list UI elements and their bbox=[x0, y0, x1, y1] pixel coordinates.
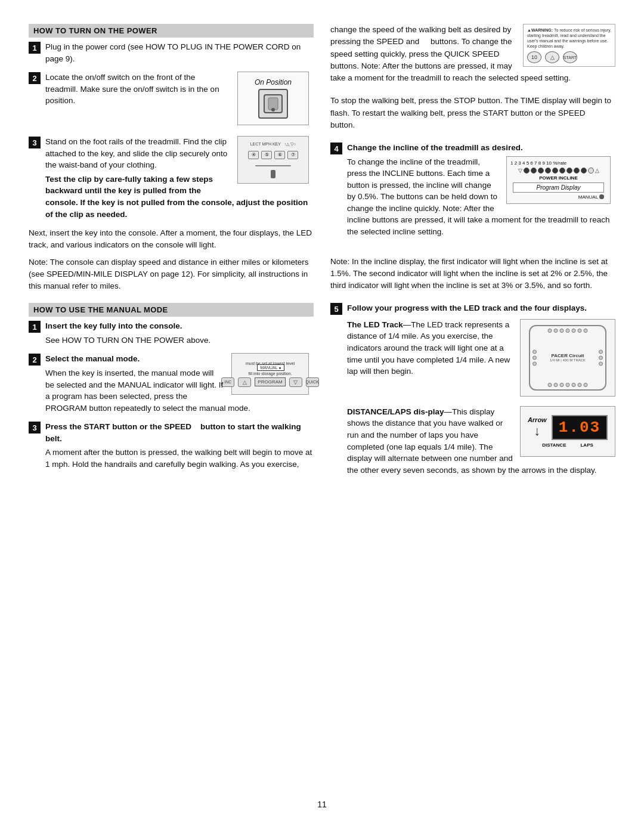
svg-point-2 bbox=[271, 108, 275, 112]
step-num-4: 4 bbox=[330, 143, 342, 154]
section-header-manual: HOW TO USE THE MANUAL MODE bbox=[29, 303, 314, 317]
speed-buttons-diagram: 10 △ START bbox=[527, 51, 611, 63]
step-2-content: On Position bbox=[45, 72, 309, 131]
distance-number-display: 1.03 bbox=[552, 415, 608, 440]
right-column: ▲WARNING: To reduce risk of serious inju… bbox=[330, 24, 615, 790]
manual-mode-label: MANUAL bbox=[510, 194, 606, 200]
distance-label: DISTANCE bbox=[542, 442, 566, 448]
speed-btn-triangle: △ bbox=[545, 51, 559, 63]
distance-display-diagram: Arrow ↓ 1.03 DISTANCE LAPS bbox=[520, 406, 615, 457]
stop-section: To stop the walking belt, press the STOP… bbox=[330, 95, 615, 131]
section-header-power: HOW TO TURN ON THE POWER bbox=[29, 24, 314, 38]
distance-laps-section: Arrow ↓ 1.03 DISTANCE LAPS bbox=[347, 406, 615, 478]
incline-note: Note: In the incline display, the first … bbox=[330, 256, 615, 292]
speed-btn-start: START bbox=[563, 51, 577, 63]
manual-step-3-content: Press the START button or the SPEED butt… bbox=[45, 421, 314, 472]
step-4-content: Change the incline of the treadmill as d… bbox=[347, 142, 611, 240]
power-incline-label: POWER INCLINE bbox=[510, 175, 606, 181]
switch-diagram: On Position bbox=[237, 72, 309, 125]
step-5-content: Follow your progress with the LED track … bbox=[347, 302, 615, 478]
manual-step-num-3: 3 bbox=[29, 422, 41, 433]
manual-step-1: 1 Insert the key fully into the console.… bbox=[29, 320, 314, 348]
step-1-content: Plug in the power cord (see HOW TO PLUG … bbox=[45, 41, 314, 67]
laps-label: LAPS bbox=[580, 442, 593, 448]
switch-shape bbox=[258, 89, 288, 119]
incline-display-diagram: 1 2 3 4 5 6 7 8 9 10 %/rate ▽ bbox=[506, 156, 611, 204]
step-3-power: 3 LECT MPH KEY ↑△ ▽○ ④ ⑤ ⑥ ⑦ bbox=[29, 136, 314, 222]
warning-box: ▲WARNING: To reduce risk of serious inju… bbox=[523, 24, 615, 67]
step-num-5: 5 bbox=[330, 303, 342, 315]
step-5: 5 Follow your progress with the LED trac… bbox=[330, 302, 615, 478]
step-num-2: 2 bbox=[29, 72, 41, 84]
step-1-power: 1 Plug in the power cord (see HOW TO PLU… bbox=[29, 41, 314, 67]
keypad-diagram: LECT MPH KEY ↑△ ▽○ ④ ⑤ ⑥ ⑦ bbox=[237, 136, 309, 184]
manual-step-1-content: Insert the key fully into the console. S… bbox=[45, 320, 314, 348]
console-diagram: must be set at lowest level MANUAL ● fil… bbox=[231, 353, 309, 395]
arrow-label: Arrow bbox=[528, 416, 547, 423]
down-arrow-icon: ↓ bbox=[534, 423, 540, 439]
step-3-content: LECT MPH KEY ↑△ ▽○ ④ ⑤ ⑥ ⑦ Stand on the … bbox=[45, 136, 309, 222]
speed-section: ▲WARNING: To reduce risk of serious inju… bbox=[330, 24, 615, 84]
led-track-section: PACER Circuit 1/4 MI | 400 M TRACK The L… bbox=[347, 319, 615, 401]
manual-step-2: 2 must be set at lowest level MANUAL ● f… bbox=[29, 353, 314, 416]
manual-step-num-1: 1 bbox=[29, 321, 41, 333]
speed-btn-10: 10 bbox=[527, 51, 541, 63]
manual-step-3: 3 Press the START button or the SPEED bu… bbox=[29, 421, 314, 472]
pacer-circuit-diagram: PACER Circuit 1/4 MI | 400 M TRACK bbox=[520, 319, 615, 397]
incline-dots: ▽ △ bbox=[510, 168, 606, 174]
switch-label: On Position bbox=[255, 78, 292, 86]
step-2-power: 2 On Position bbox=[29, 72, 314, 131]
step-num-1: 1 bbox=[29, 42, 41, 54]
section-manual-mode: HOW TO USE THE MANUAL MODE 1 Insert the … bbox=[29, 303, 314, 477]
manual-step-2-content: must be set at lowest level MANUAL ● fil… bbox=[45, 353, 309, 416]
pacer-circuit-label: PACER Circuit bbox=[550, 353, 586, 358]
step-4: 4 Change the incline of the treadmill as… bbox=[330, 142, 615, 240]
page: HOW TO TURN ON THE POWER 1 Plug in the p… bbox=[0, 0, 644, 833]
manual-step-num-2: 2 bbox=[29, 354, 41, 366]
page-number: 11 bbox=[29, 800, 615, 809]
left-column: HOW TO TURN ON THE POWER 1 Plug in the p… bbox=[29, 24, 314, 790]
program-display-label: Program Display bbox=[513, 182, 604, 193]
step-num-3: 3 bbox=[29, 137, 41, 148]
section-turn-on-power: HOW TO TURN ON THE POWER 1 Plug in the p… bbox=[29, 24, 314, 292]
